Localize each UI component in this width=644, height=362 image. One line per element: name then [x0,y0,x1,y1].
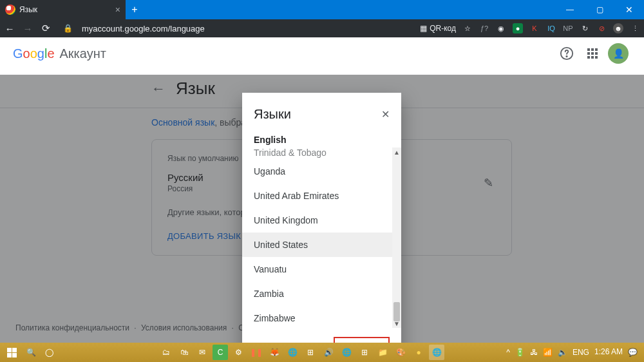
tray-notifications-icon[interactable]: 💬 [628,348,638,357]
country-option[interactable]: United Kingdom [242,208,392,233]
address-url[interactable]: myaccount.google.com/language [82,24,205,33]
dialog-scrollbar[interactable]: ▲ ▼ [392,148,401,328]
country-option[interactable]: Uganda [242,159,392,184]
tray-clock[interactable]: 1:26 AM [594,348,623,356]
taskbar-chrome-active[interactable]: 🌐 [429,345,444,360]
dialog-title: Языки [254,107,381,122]
ext-icon-7[interactable]: ↻ [580,23,590,33]
ext-icon-4[interactable]: K [529,23,540,33]
tray-wifi-icon[interactable]: 📶 [543,348,553,357]
browser-menu-icon[interactable]: ⋮ [630,23,640,33]
taskbar-app-1[interactable]: 🗂 [158,345,174,360]
profile-avatar-icon[interactable]: ☻ [613,23,623,33]
account-header: Google Аккаунт 👤 [0,37,644,70]
ext-icon-8[interactable]: ⊘ [596,23,607,33]
taskbar-app-15[interactable]: ● [411,345,426,360]
window-titlebar: Язык × + — ▢ ✕ [0,0,644,19]
taskbar-app-4[interactable]: C [213,345,228,360]
ext-icon-5[interactable]: IQ [546,23,556,33]
country-option[interactable]: Zambia [242,281,392,306]
window-maximize-button[interactable]: ▢ [585,0,614,19]
tray-language[interactable]: ENG [573,348,589,357]
ext-icon-2[interactable]: ◉ [496,23,506,33]
taskbar-app-10[interactable]: 🔊 [321,345,336,360]
toolbar-right: ▦ QR-код ☆ ƒ? ◉ ● K IQ NP ↻ ⊘ ☻ ⋮ [420,23,640,33]
account-avatar[interactable]: 👤 [605,41,631,66]
browser-tab[interactable]: Язык × [0,0,126,19]
dialog-close-icon[interactable]: ✕ [381,108,390,120]
taskbar-app-8[interactable]: 🌐 [285,345,300,360]
window-close-button[interactable]: ✕ [614,0,644,19]
tray-network-icon[interactable]: 🖧 [530,348,538,357]
ext-icon-3[interactable]: ● [513,23,523,33]
tray-chevron-icon[interactable]: ^ [506,348,510,357]
window-minimize-button[interactable]: — [555,0,585,19]
taskbar-app-6[interactable]: ❚❚ [249,345,264,360]
help-icon[interactable] [554,41,580,66]
taskbar-app-14[interactable]: 🎨 [393,345,408,360]
google-logo[interactable]: Google Аккаунт [13,46,106,61]
cortana-icon[interactable]: ◯ [41,345,57,360]
qr-extension[interactable]: ▦ QR-код [420,24,456,33]
scroll-up-icon[interactable]: ▲ [392,148,401,157]
ext-icon-1[interactable]: ƒ? [479,23,489,33]
country-option[interactable]: United Arab Emirates [242,184,392,208]
tray-battery-icon[interactable]: 🔋 [515,348,525,357]
svg-point-1 [566,56,567,57]
search-icon[interactable]: 🔍 [23,345,39,360]
scroll-down-icon[interactable]: ▼ [392,319,401,328]
taskbar-app-7[interactable]: 🦊 [267,345,282,360]
page-viewport: Google Аккаунт 👤 ← Язык Основной язык, в… [0,37,644,362]
nav-back-icon[interactable]: ← [4,23,15,34]
windows-taskbar: 🔍 ◯ 🗂 🛍 ✉ C ⚙ ❚❚ 🦊 🌐 ⊞ 🔊 🌐 ⊞ 📁 🎨 ● 🌐 ^ 🔋… [0,343,644,362]
taskbar-app-2[interactable]: 🛍 [176,345,192,360]
taskbar-app-11[interactable]: 🌐 [339,345,354,360]
country-option[interactable]: Zimbabwe [242,306,392,328]
taskbar-app-3[interactable]: ✉ [194,345,210,360]
taskbar-app-13[interactable]: 📁 [375,345,390,360]
nav-forward-icon[interactable]: → [22,23,33,34]
start-button[interactable] [3,345,21,359]
account-label: Аккаунт [60,46,106,61]
bookmark-star-icon[interactable]: ☆ [462,23,473,33]
apps-grid-icon[interactable] [580,41,605,66]
tab-title: Язык [19,5,37,14]
dialog-selected-language: English [242,126,401,145]
dialog-country-list: Trinidad & TobagoUgandaUnited Arab Emira… [242,148,401,328]
taskbar-app-9[interactable]: ⊞ [303,345,318,360]
taskbar-app-5[interactable]: ⚙ [231,345,246,360]
country-option[interactable]: Vanuatu [242,257,392,281]
taskbar-app-12[interactable]: ⊞ [357,345,372,360]
country-option[interactable]: Trinidad & Tobago [242,148,392,159]
language-dialog: Языки ✕ English Trinidad & TobagoUgandaU… [242,93,401,362]
tab-close-icon[interactable]: × [115,5,120,15]
tray-volume-icon[interactable]: 🔈 [558,348,567,357]
ext-icon-6[interactable]: NP [563,23,573,33]
nav-reload-icon[interactable]: ⟳ [40,23,52,34]
new-tab-button[interactable]: + [126,0,144,19]
lock-icon: 🔒 [63,24,73,33]
country-option[interactable]: United States [242,233,392,257]
tab-favicon [5,5,15,15]
browser-toolbar: ← → ⟳ 🔒 myaccount.google.com/language ▦ … [0,19,644,37]
system-tray: ^ 🔋 🖧 📶 🔈 ENG 1:26 AM 💬 [506,348,641,357]
